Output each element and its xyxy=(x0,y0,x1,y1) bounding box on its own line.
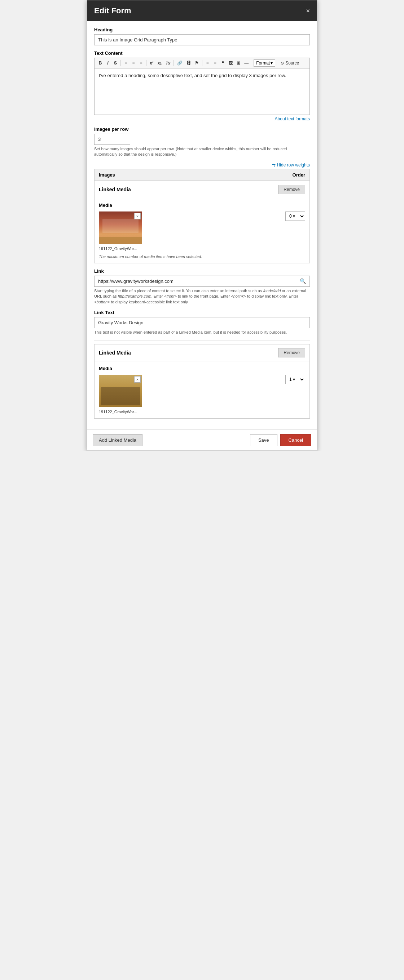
media-1-item-row: × 191122_GravityWor... 0 ▾ 1 2 3 xyxy=(99,212,305,251)
media-1-order-dropdown[interactable]: 0 ▾ 1 2 3 xyxy=(285,212,305,221)
about-text-formats-anchor[interactable]: About text formats xyxy=(275,116,310,121)
hr-button[interactable]: — xyxy=(243,59,250,67)
max-media-notice-1: The maximum number of media items have b… xyxy=(99,255,305,259)
text-content-field-group: Text Content B I S ≡ ≡ ≡ x² x₂ Tx 🔗 ⛓ ⚑ … xyxy=(94,51,310,121)
heading-input[interactable] xyxy=(94,34,310,45)
images-per-row-help: Set how many images should appear per ro… xyxy=(94,146,310,158)
order-column-label: Order xyxy=(292,172,305,178)
blockquote-button[interactable]: ❝ xyxy=(219,59,226,67)
media-2-thumbnail-group: × 191122_GravityWor... xyxy=(99,375,142,414)
toolbar-sep-4 xyxy=(202,60,202,66)
linked-media-section-1: Linked Media Remove Media × 191122_Gravi… xyxy=(94,181,310,263)
media-1-remove-x-button[interactable]: × xyxy=(134,213,141,220)
link-field-wrapper: 🔍 xyxy=(94,275,310,287)
about-text-formats-link[interactable]: About text formats xyxy=(94,116,310,121)
link-field-group: Link 🔍 Start typing the title of a piece… xyxy=(94,269,310,305)
images-table-header: Images Order xyxy=(94,169,310,181)
add-linked-media-button[interactable]: Add Linked Media xyxy=(93,434,142,446)
number-list-button[interactable]: ≡ xyxy=(211,59,219,67)
link-search-button[interactable]: 🔍 xyxy=(296,276,310,286)
hide-row-weights-icon: ⇆ xyxy=(272,162,276,167)
modal-close-button[interactable]: × xyxy=(306,8,310,14)
media-2-thumbnail-wrapper: × xyxy=(99,375,142,407)
hide-row-weights-label: Hide row weights xyxy=(277,162,310,167)
link-label: Link xyxy=(94,269,310,274)
remove-format-button[interactable]: Tx xyxy=(164,60,172,66)
format-dropdown[interactable]: Format ▾ xyxy=(254,59,275,67)
align-right-button[interactable]: ≡ xyxy=(137,59,145,67)
images-per-row-label: Images per row xyxy=(94,126,310,132)
editor-toolbar: B I S ≡ ≡ ≡ x² x₂ Tx 🔗 ⛓ ⚑ ≡ ≡ ❝ 🖼 xyxy=(94,58,310,68)
editor-content-area[interactable]: I've entered a heading, some descriptive… xyxy=(94,68,310,115)
media-1-thumbnail-group: × 191122_GravityWor... xyxy=(99,212,142,251)
image-button[interactable]: 🖼 xyxy=(227,59,235,67)
source-button[interactable]: ⊙ Source xyxy=(278,60,301,66)
heading-label: Heading xyxy=(94,27,310,32)
images-per-row-input[interactable] xyxy=(94,134,130,145)
toolbar-sep-1 xyxy=(120,60,121,66)
media-1-filename: 191122_GravityWor... xyxy=(99,247,142,251)
linked-media-2-media-box: Media × 191122_GravityWor... 0 1 ▾ 2 3 xyxy=(94,361,310,418)
format-chevron-icon: ▾ xyxy=(270,60,273,65)
media-2-remove-x-button[interactable]: × xyxy=(134,376,141,383)
superscript-button[interactable]: x² xyxy=(148,59,155,67)
anchor-button[interactable]: ⚑ xyxy=(193,59,201,67)
link-help-text: Start typing the title of a piece of con… xyxy=(94,288,310,305)
linked-media-2-header: Linked Media Remove xyxy=(94,344,310,361)
save-button[interactable]: Save xyxy=(250,434,277,446)
link-input[interactable] xyxy=(94,276,296,286)
modal-body: Heading Text Content B I S ≡ ≡ ≡ x² x₂ T… xyxy=(87,21,317,430)
section-divider xyxy=(94,340,310,340)
modal-header: Edit Form × xyxy=(87,0,317,21)
media-2-filename: 191122_GravityWor... xyxy=(99,410,142,414)
linked-media-1-title: Linked Media xyxy=(99,187,131,192)
link-text-input[interactable] xyxy=(94,317,310,328)
toolbar-sep-5 xyxy=(252,60,252,66)
linked-media-2-title: Linked Media xyxy=(99,350,131,356)
images-per-row-group: Images per row Set how many images shoul… xyxy=(94,126,310,158)
strikethrough-button[interactable]: S xyxy=(112,59,119,67)
modal-footer: Add Linked Media Save Cancel xyxy=(87,430,317,450)
media-1-title: Media xyxy=(99,202,305,208)
link-text-help: This text is not visible when entered as… xyxy=(94,330,310,335)
toolbar-sep-3 xyxy=(174,60,174,66)
link-button[interactable]: 🔗 xyxy=(175,59,184,67)
link-text-field-group: Link Text This text is not visible when … xyxy=(94,310,310,335)
linked-media-1-media-box: Media × 191122_GravityWor... 0 ▾ 1 2 3 xyxy=(94,198,310,263)
media-2-title: Media xyxy=(99,366,305,371)
align-center-button[interactable]: ≡ xyxy=(130,59,137,67)
align-left-button[interactable]: ≡ xyxy=(122,59,129,67)
unlink-button[interactable]: ⛓ xyxy=(185,59,193,67)
linked-media-1-remove-button[interactable]: Remove xyxy=(278,185,305,194)
linked-media-2-remove-button[interactable]: Remove xyxy=(278,348,305,357)
linked-media-1-header: Linked Media Remove xyxy=(94,181,310,198)
toolbar-sep-2 xyxy=(146,60,147,66)
editor-text: I've entered a heading, some descriptive… xyxy=(99,73,286,78)
format-label: Format xyxy=(256,60,270,65)
bold-button[interactable]: B xyxy=(97,59,104,67)
media-2-order-dropdown[interactable]: 0 1 ▾ 2 3 xyxy=(285,375,305,384)
bullet-list-button[interactable]: ≡ xyxy=(204,59,211,67)
subscript-button[interactable]: x₂ xyxy=(156,59,164,67)
images-column-label: Images xyxy=(99,172,115,178)
linked-media-section-2: Linked Media Remove Media × 191122_Gravi… xyxy=(94,344,310,418)
source-label: Source xyxy=(285,60,299,65)
text-content-label: Text Content xyxy=(94,51,310,56)
heading-field-group: Heading xyxy=(94,27,310,45)
link-text-label: Link Text xyxy=(94,310,310,315)
italic-button[interactable]: I xyxy=(104,59,112,67)
toolbar-sep-6 xyxy=(277,60,277,66)
source-icon: ⊙ xyxy=(281,61,284,65)
media-2-item-row: × 191122_GravityWor... 0 1 ▾ 2 3 xyxy=(99,375,305,414)
cancel-button[interactable]: Cancel xyxy=(280,434,311,446)
media-1-thumbnail-wrapper: × xyxy=(99,212,142,244)
modal-title: Edit Form xyxy=(94,6,131,16)
table-button[interactable]: ⊞ xyxy=(235,59,242,67)
edit-form-modal: Edit Form × Heading Text Content B I S ≡… xyxy=(86,0,318,451)
hide-row-weights-toggle[interactable]: ⇆ Hide row weights xyxy=(94,162,310,167)
